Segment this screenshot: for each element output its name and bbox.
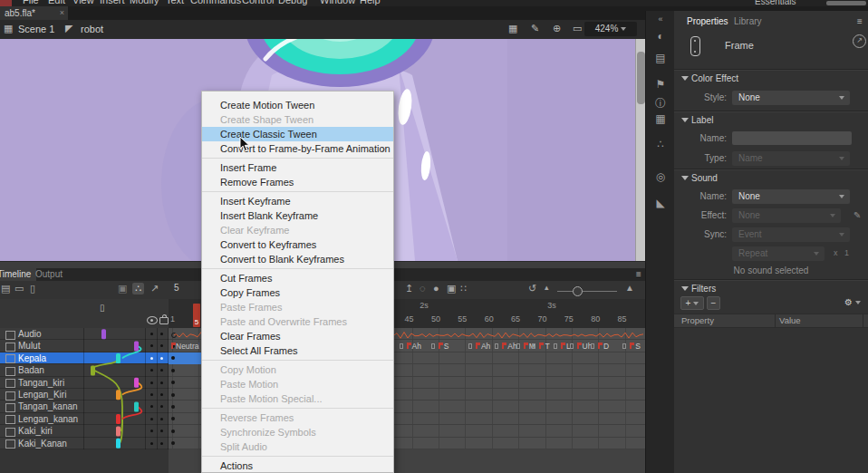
layer-name[interactable]: Tangan_kanan xyxy=(18,401,78,411)
sound-name-select[interactable]: None xyxy=(732,189,850,204)
sound-sync-select[interactable]: Event xyxy=(732,227,850,242)
loop-icon[interactable]: ↺ xyxy=(528,283,536,294)
menu-view[interactable]: View xyxy=(72,0,94,5)
mountain-icon[interactable]: ▲ xyxy=(625,283,634,293)
tab-library[interactable]: Library xyxy=(734,16,762,26)
app-logo[interactable] xyxy=(0,0,12,6)
menu-item-clear-frames[interactable]: Clear Frames xyxy=(202,329,393,343)
label-name-input[interactable] xyxy=(732,131,852,145)
dock-swatches-icon[interactable]: ▤ xyxy=(646,52,675,64)
parent-handle-audio[interactable] xyxy=(101,329,106,339)
menu-file[interactable]: File xyxy=(23,0,39,5)
clip-content-icon[interactable]: ▭ xyxy=(573,23,582,34)
menu-insert[interactable]: Insert xyxy=(100,0,125,5)
menu-modify[interactable]: Modify xyxy=(130,0,159,5)
keyframe-dot[interactable] xyxy=(171,381,175,384)
keyframe-dot[interactable] xyxy=(171,430,175,433)
keyframe-dot[interactable] xyxy=(171,393,175,397)
menu-item-reverse-frames[interactable]: Reverse Frames xyxy=(202,410,393,425)
graph-editor-icon[interactable]: ↗ xyxy=(150,283,159,294)
menu-item-select-all-frames[interactable]: Select All Frames xyxy=(202,343,393,358)
keyframe-dot[interactable] xyxy=(171,417,175,420)
sound-effect-select[interactable]: None xyxy=(732,208,841,223)
layer-name[interactable]: Kaki_kiri xyxy=(18,426,53,436)
breadcrumb-scene[interactable]: Scene 1 xyxy=(18,24,54,34)
menu-control[interactable]: Control xyxy=(242,0,274,5)
onion-skin-icon[interactable]: ◌ xyxy=(420,283,426,294)
timeline-zoom-slider[interactable] xyxy=(557,291,617,292)
color-style-select[interactable]: None xyxy=(732,91,850,105)
label-type-select[interactable]: Name xyxy=(732,151,850,166)
stage-zoom-select[interactable]: 424% xyxy=(584,22,637,36)
filter-options-button[interactable]: ⚙ xyxy=(841,296,864,310)
menu-item-remove-frames[interactable]: Remove Frames xyxy=(202,175,393,189)
remove-filter-button[interactable]: − xyxy=(707,296,720,310)
timeline-zoom-thumb[interactable] xyxy=(573,286,583,296)
keyframe-dot[interactable] xyxy=(171,369,175,372)
menu-item-convert-to-frame-by-frame-animation[interactable]: Convert to Frame-by-Frame Animation› xyxy=(202,141,393,156)
layer-name[interactable]: Kaki_Kanan xyxy=(18,439,67,449)
menu-item-split-audio[interactable]: Split Audio xyxy=(202,439,393,454)
menu-item-create-classic-tween[interactable]: Create Classic Tween xyxy=(202,127,393,141)
menu-item-insert-blank-keyframe[interactable]: Insert Blank Keyframe xyxy=(202,208,393,223)
menu-help[interactable]: Help xyxy=(360,0,381,5)
workspace-switcher[interactable]: Essentials xyxy=(755,0,796,6)
menu-item-copy-motion[interactable]: Copy Motion xyxy=(202,362,393,377)
onion-outline-icon[interactable]: ● xyxy=(433,283,439,294)
parent-handle-mulut[interactable] xyxy=(134,342,139,352)
edit-multiple-frames-icon[interactable]: ▣ xyxy=(447,283,456,294)
menu-item-actions[interactable]: Actions xyxy=(202,459,393,473)
new-folder-icon[interactable]: ▭ xyxy=(14,283,24,294)
layer-name[interactable]: Mulut xyxy=(18,341,40,351)
collapse-triangle-icon[interactable] xyxy=(681,118,689,122)
add-filter-button[interactable]: + xyxy=(680,296,704,310)
layer-name[interactable]: Tangan_kiri xyxy=(18,378,64,388)
menu-item-convert-to-keyframes[interactable]: Convert to Keyframes xyxy=(202,237,393,252)
edit-scene-icon[interactable]: ▦ xyxy=(508,23,517,34)
menu-item-copy-frames[interactable]: Copy Frames xyxy=(202,285,393,300)
parent-handle-kepala[interactable] xyxy=(116,353,121,363)
menu-item-synchronize-symbols[interactable]: Synchronize Symbols xyxy=(202,425,393,439)
dock-flag-icon[interactable]: ⚑ xyxy=(646,78,675,91)
dock-cc-libraries-icon[interactable]: ◎ xyxy=(646,170,675,183)
playhead[interactable]: 5 xyxy=(193,304,200,327)
keyframe-dot[interactable] xyxy=(171,441,175,445)
edit-symbol-icon[interactable]: ✎ xyxy=(531,23,539,34)
onion-range-icon[interactable]: ∷ xyxy=(460,283,467,294)
dock-color-icon[interactable]: ◐ xyxy=(646,30,675,43)
menu-item-clear-keyframe[interactable]: Clear Keyframe xyxy=(202,223,393,237)
export-timeline-icon[interactable]: ↥ xyxy=(405,283,413,294)
section-label[interactable]: Label xyxy=(691,115,713,125)
tab-properties[interactable]: Properties xyxy=(687,16,728,26)
parent-handle-kaki-kiri[interactable] xyxy=(116,426,121,436)
menu-window[interactable]: Window xyxy=(320,0,355,5)
dock-info-icon[interactable]: ⓘ xyxy=(646,96,675,111)
dock-history-icon[interactable]: ◣ xyxy=(646,197,675,209)
no-autokey-icon[interactable]: ↗ xyxy=(853,34,866,48)
parent-handle-tangan-kanan[interactable] xyxy=(134,402,139,412)
menu-commands[interactable]: Commands xyxy=(190,0,241,5)
parent-handle-badan[interactable] xyxy=(91,365,95,375)
tab-output[interactable]: Output xyxy=(30,268,68,281)
menu-item-cut-frames[interactable]: Cut Frames xyxy=(202,271,393,285)
menu-item-paste-and-overwrite-frames[interactable]: Paste and Overwrite Frames xyxy=(202,314,393,329)
parent-handle-lengan-kiri[interactable] xyxy=(116,390,121,400)
show-parenting-icon[interactable]: ∴ xyxy=(132,283,144,294)
menu-item-convert-to-blank-keyframes[interactable]: Convert to Blank Keyframes xyxy=(202,252,393,266)
new-layer-icon[interactable]: ▤ xyxy=(1,283,10,294)
edit-sound-envelope-icon[interactable]: ✎ xyxy=(854,210,861,220)
dock-transform-icon[interactable]: ∴ xyxy=(646,138,675,150)
dock-align-icon[interactable]: ▦ xyxy=(646,112,675,125)
menu-item-paste-motion[interactable]: Paste Motion xyxy=(202,377,393,391)
layer-name[interactable]: Audio xyxy=(18,329,42,339)
eye-icon[interactable] xyxy=(147,316,158,324)
section-filters[interactable]: Filters xyxy=(691,284,716,294)
menu-edit[interactable]: Edit xyxy=(48,0,65,5)
scrollbar-thumb[interactable] xyxy=(637,52,645,104)
collapse-triangle-icon[interactable] xyxy=(681,286,689,291)
delete-layer-icon[interactable]: ▯ xyxy=(30,283,35,294)
parent-handle-tangan-kiri[interactable] xyxy=(134,378,139,388)
layer-name[interactable]: Kepala xyxy=(18,353,46,363)
panel-menu-icon[interactable]: ≡ xyxy=(857,16,863,26)
menu-text[interactable]: Text xyxy=(166,0,184,5)
